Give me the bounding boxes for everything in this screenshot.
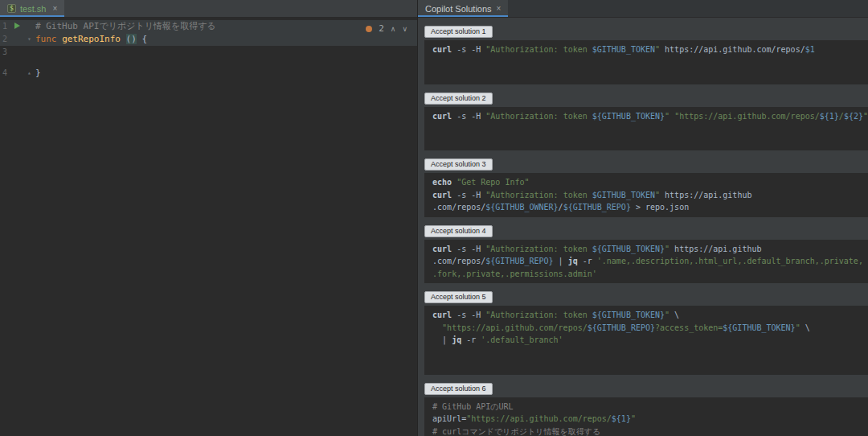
solution-code-line: "https://api.github.com/repos/${GITHUB_R…	[432, 322, 868, 335]
code-token: ${GITHUB_REPO}	[563, 203, 631, 212]
close-icon[interactable]: ×	[497, 4, 502, 13]
editor-line[interactable]: 4▴}	[0, 67, 417, 80]
code-token: https://api.github	[660, 191, 751, 199]
code-token: jq	[452, 335, 461, 344]
line-number: 4	[0, 67, 10, 80]
code-token: -s -H	[452, 45, 485, 54]
code-token: "Authorization: token	[485, 311, 592, 319]
code-token: |	[432, 335, 452, 344]
accept-solution-button[interactable]: Accept solution 4	[424, 225, 493, 237]
solution: Accept solution 6# GitHub APIのURLapiUrl=…	[424, 380, 868, 436]
shell-file-icon: $	[7, 4, 16, 13]
accept-solution-button[interactable]: Accept solution 6	[424, 383, 493, 395]
solution-code-line: # GitHub APIのURL	[432, 401, 868, 413]
code-token: -s -H	[452, 191, 485, 199]
solution-code[interactable]: curl -s -H "Authorization: token $GITHUB…	[424, 40, 868, 84]
solution-code-line: echo "Get Repo Info"	[432, 176, 868, 189]
fold-icon[interactable]: ▴	[23, 67, 35, 80]
tab-label: Copilot Solutions	[425, 4, 492, 14]
code-token: # curlコマンドでリポジトリ情報を取得する	[432, 427, 600, 436]
solution-code-line	[432, 135, 868, 148]
code-token: "Authorization: token	[485, 112, 592, 121]
code-token: $GITHUB_TOKEN	[592, 191, 655, 199]
solution-code-line: .com/repos/${GITHUB_OWNER}/${GITHUB_REPO…	[432, 201, 868, 214]
code-token: .com/repos/	[432, 257, 485, 265]
inspections-widget[interactable]: 2 ∧ ∨	[366, 23, 407, 35]
code-token: ${2}	[844, 112, 863, 121]
code-token: ${1}	[612, 414, 631, 423]
solution-code-line: curl -s -H "Authorization: token $GITHUB…	[432, 43, 868, 56]
solution-code-line: curl -s -H "Authorization: token $GITHUB…	[432, 189, 868, 202]
code-token: .fork,.private,.permissions.admin'	[432, 269, 597, 278]
prev-inspection-icon[interactable]: ∧	[391, 23, 396, 35]
tab-copilot-solutions[interactable]: Copilot Solutions ×	[418, 0, 508, 17]
accept-solution-button[interactable]: Accept solution 3	[424, 158, 493, 171]
editor[interactable]: 1# GitHub APIでリポジトリ情報を取得する2▾func getRepo…	[0, 18, 417, 436]
solution-code-line: .com/repos/${GITHUB_REPO} | jq -r '.name…	[432, 255, 868, 268]
tab-test-sh[interactable]: $ test.sh ×	[0, 0, 64, 17]
code-token: "Get Repo Info"	[457, 178, 529, 187]
editor-line[interactable]: 2▾func getRepoInfo () {	[0, 33, 417, 46]
solution-code[interactable]: curl -s -H "Authorization: token ${GITHU…	[424, 240, 868, 284]
code-token: https://api.github	[669, 245, 761, 253]
solution: Accept solution 3echo "Get Repo Info"cur…	[424, 155, 868, 217]
copilot-solutions-pane: Copilot Solutions × Accept solution 1cur…	[417, 0, 868, 436]
inspection-severity-icon	[366, 26, 372, 32]
code-token: ()	[126, 34, 137, 44]
run-icon[interactable]	[10, 20, 23, 33]
code-token: $GITHUB_TOKEN	[592, 45, 655, 54]
code-token: '.default_branch'	[481, 335, 563, 344]
solution-code-line: | jq -r '.default_branch'	[432, 334, 868, 347]
code-token: |	[554, 257, 568, 265]
close-icon[interactable]: ×	[52, 4, 57, 13]
solutions-scroll-area[interactable]: Accept solution 1curl -s -H "Authorizati…	[418, 18, 868, 436]
code-token: "	[863, 112, 868, 121]
editor-lines: 1# GitHub APIでリポジトリ情報を取得する2▾func getRepo…	[0, 20, 417, 80]
code-token: "https://api.github.com/repos/	[466, 414, 612, 423]
solution-code[interactable]: curl -s -H "Authorization: token ${GITHU…	[424, 306, 868, 375]
editor-tabbar: $ test.sh ×	[0, 0, 417, 18]
solution-code-line	[432, 122, 868, 135]
code-token: https://api.github.com/repos/	[660, 45, 805, 54]
solution-code-line: curl -s -H "Authorization: token ${GITHU…	[432, 243, 868, 256]
solution-code-line	[432, 68, 868, 81]
next-inspection-icon[interactable]: ∨	[402, 23, 407, 35]
code-token: ${GITHUB_TOKEN}	[592, 112, 665, 121]
code-token: curl	[432, 45, 452, 54]
code-text: func getRepoInfo () {	[35, 33, 417, 46]
solution-code-line	[432, 359, 868, 372]
code-token: ${GITHUB_OWNER}	[485, 203, 558, 212]
code-token: .com/repos/	[432, 203, 485, 212]
solution-code[interactable]: # GitHub APIのURLapiUrl="https://api.gith…	[424, 397, 868, 436]
code-token: curl	[432, 191, 452, 199]
solution-code[interactable]: curl -s -H "Authorization: token ${GITHU…	[424, 107, 868, 151]
code-token: curl	[432, 311, 452, 319]
code-token: "https://api.github.com/repos/	[442, 323, 588, 332]
solution: Accept solution 4curl -s -H "Authorizati…	[424, 222, 868, 284]
code-token: {	[137, 34, 147, 44]
solution: Accept solution 5curl -s -H "Authorizati…	[424, 288, 868, 375]
code-token: }	[35, 68, 41, 78]
accept-solution-button[interactable]: Accept solution 5	[424, 291, 493, 303]
tab-label: test.sh	[20, 4, 46, 14]
line-number: 3	[0, 46, 10, 59]
accept-solution-button[interactable]: Accept solution 2	[424, 93, 493, 105]
code-token: ${GITHUB_TOKEN}	[592, 311, 665, 319]
code-token: -r	[461, 335, 481, 344]
solution-code-line	[432, 56, 868, 69]
solution-code[interactable]: echo "Get Repo Info"curl -s -H "Authoriz…	[424, 173, 868, 217]
code-token: # GitHub APIでリポジトリ情報を取得する	[35, 21, 216, 31]
accept-solution-button[interactable]: Accept solution 1	[424, 26, 493, 38]
code-token: curl	[432, 245, 452, 253]
editor-line[interactable]: 3	[0, 46, 417, 59]
fold-icon[interactable]: ▾	[23, 33, 35, 46]
editor-line[interactable]: 1# GitHub APIでリポジトリ情報を取得する	[0, 20, 417, 33]
code-text: # GitHub APIでリポジトリ情報を取得する	[35, 20, 417, 33]
code-token: ${GITHUB_TOKEN}	[592, 245, 665, 253]
code-token	[121, 34, 126, 44]
code-token: ${GITHUB_TOKEN}	[723, 323, 795, 332]
code-token: echo	[432, 178, 452, 187]
solution-code-line: apiUrl="https://api.github.com/repos/${1…	[432, 413, 868, 426]
code-token: "	[631, 414, 636, 423]
solution-code-line: # curlコマンドでリポジトリ情報を取得する	[432, 426, 868, 436]
